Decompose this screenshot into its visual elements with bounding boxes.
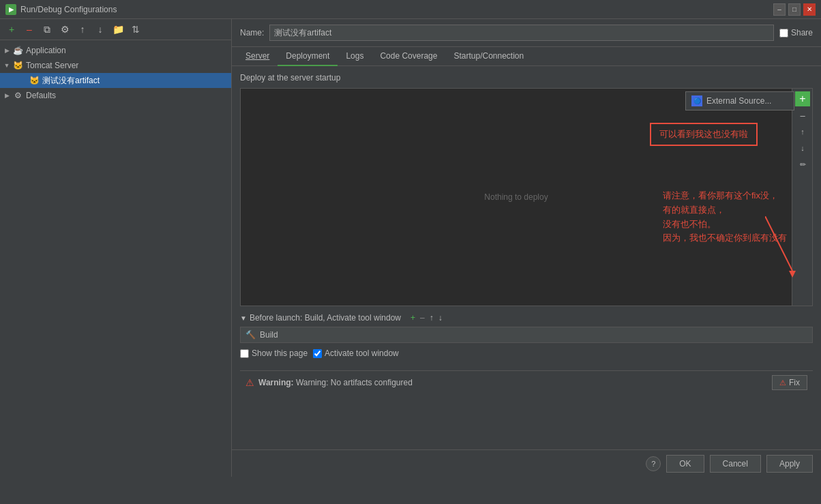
deploy-header: Deploy at the server startup (240, 73, 813, 83)
name-row: Name: Share (232, 19, 821, 47)
fix-label: Fix (789, 378, 800, 387)
bl-add-button[interactable]: + (409, 313, 417, 323)
copy-config-button[interactable]: ⧉ (40, 22, 55, 37)
tree-label-application: Application (26, 46, 66, 55)
show-page-checkbox[interactable] (240, 349, 249, 358)
tree-item-artifact[interactable]: ▶ 🐱 测试没有artifact (0, 73, 231, 88)
deploy-area: 可以看到我这也没有啦 Nothing to deploy (240, 88, 792, 306)
sort-button[interactable]: ⇅ (128, 22, 143, 37)
nothing-to-deploy-text: Nothing to deploy (484, 192, 548, 202)
annotation-text: 可以看到我这也没有啦 (659, 129, 748, 139)
warning-bold: Warning: (258, 378, 294, 387)
right-panel-wrapper: Name: Share Server Deployment Logs (232, 19, 821, 477)
external-source-icon: 🔵 (691, 95, 702, 106)
title-text: Run/Debug Configurations (20, 5, 773, 14)
left-toolbar: + – ⧉ ⚙ ↑ ↓ 📁 ⇅ (0, 19, 231, 40)
show-page-checkbox-label: Show this page (240, 349, 308, 358)
bottom-bar: ? OK Cancel Apply (232, 449, 821, 477)
tab-content-deployment: Deploy at the server startup 可以看到我这也没有啦 … (232, 66, 821, 449)
tree-label-defaults: Defaults (26, 91, 56, 100)
activate-tool-checkbox-label: Activate tool window (313, 349, 399, 358)
help-button[interactable]: ? (646, 456, 661, 471)
minimize-btn[interactable]: – (773, 3, 786, 16)
deploy-up-button[interactable]: ↑ (795, 124, 810, 139)
build-label: Build (260, 330, 278, 340)
before-launch-section: ▼ Before launch: Build, Activate tool wi… (240, 313, 813, 368)
application-icon: ☕ (12, 45, 23, 56)
settings-config-button[interactable]: ⚙ (57, 22, 72, 37)
artifact-icon: 🐱 (29, 75, 40, 86)
main-container: + – ⧉ ⚙ ↑ ↓ 📁 ⇅ ▶ ☕ Application ▼ 🐱 Tomc… (0, 19, 821, 477)
fix-button[interactable]: ⚠ Fix (772, 375, 807, 390)
tab-deployment[interactable]: Deployment (278, 47, 338, 66)
build-item: 🔨 Build (240, 327, 813, 343)
before-launch-header: ▼ Before launch: Build, Activate tool wi… (240, 313, 813, 323)
cancel-button[interactable]: Cancel (710, 455, 761, 473)
share-label: Share (791, 28, 813, 38)
build-icon: 🔨 (245, 329, 256, 340)
activate-tool-checkbox[interactable] (313, 349, 322, 358)
tree-label-artifact: 测试没有artifact (42, 75, 100, 87)
tree-arrow-defaults: ▶ (3, 91, 11, 100)
show-page-text: Show this page (252, 349, 308, 358)
config-tree: ▶ ☕ Application ▼ 🐱 Tomcat Server ▶ 🐱 测试… (0, 40, 231, 477)
remove-config-button[interactable]: – (22, 22, 37, 37)
tab-startup-connection[interactable]: Startup/Connection (445, 47, 532, 66)
tree-item-defaults[interactable]: ▶ ⚙ Defaults (0, 88, 231, 103)
ok-button[interactable]: OK (666, 455, 704, 473)
close-btn[interactable]: ✕ (803, 3, 816, 16)
before-launch-toggle[interactable]: ▼ (240, 314, 247, 322)
tree-label-tomcat: Tomcat Server (26, 61, 78, 70)
move-down-button[interactable]: ↓ (93, 22, 108, 37)
tree-item-tomcat[interactable]: ▼ 🐱 Tomcat Server (0, 58, 231, 73)
show-page-row: Show this page Activate tool window (240, 344, 813, 362)
tab-server[interactable]: Server (237, 47, 278, 66)
deploy-add-button[interactable]: + (795, 91, 810, 106)
bl-up-button[interactable]: ↑ (428, 313, 435, 323)
tabs-bar: Server Deployment Logs Code Coverage Sta… (232, 47, 821, 66)
folder-button[interactable]: 📁 (110, 22, 125, 37)
warning-text: Warning: Warning: No artifacts configure… (258, 378, 768, 387)
left-panel: + – ⧉ ⚙ ↑ ↓ 📁 ⇅ ▶ ☕ Application ▼ 🐱 Tomc… (0, 19, 232, 477)
external-source-dropdown: 🔵 External Source... (685, 91, 794, 110)
deploy-side-toolbar: + 🔵 External Source... – ↑ ↓ (792, 88, 813, 306)
fix-icon: ⚠ (779, 379, 786, 387)
bl-remove-button[interactable]: – (419, 313, 426, 323)
tree-arrow-application: ▶ (3, 46, 11, 55)
tree-arrow-tomcat: ▼ (3, 61, 11, 70)
warning-icon: ⚠ (245, 377, 254, 388)
external-source-label: External Source... (706, 96, 771, 106)
deploy-down-button[interactable]: ↓ (795, 140, 810, 155)
name-input[interactable] (269, 25, 774, 41)
share-checkbox-input[interactable] (779, 29, 788, 38)
tree-item-application[interactable]: ▶ ☕ Application (0, 43, 231, 58)
right-panel: Name: Share Server Deployment Logs (232, 19, 821, 449)
activate-tool-text: Activate tool window (325, 349, 399, 358)
before-launch-title: Before launch: Build, Activate tool wind… (250, 313, 401, 323)
apply-button[interactable]: Apply (766, 455, 813, 473)
tab-code-coverage[interactable]: Code Coverage (372, 47, 445, 66)
share-checkbox: Share (779, 28, 813, 38)
add-config-button[interactable]: + (4, 22, 19, 37)
annotation-box: 可以看到我这也没有啦 (650, 123, 758, 146)
maximize-btn[interactable]: □ (788, 3, 801, 16)
bl-down-button[interactable]: ↓ (437, 313, 444, 323)
warning-bar: ⚠ Warning: Warning: No artifacts configu… (240, 370, 813, 394)
before-launch-toolbar: + – ↑ ↓ (409, 313, 444, 323)
external-source-item[interactable]: 🔵 External Source... (686, 92, 794, 110)
deploy-edit-button[interactable]: ✏ (795, 157, 810, 172)
title-icon: ▶ (5, 4, 16, 15)
name-label: Name: (240, 28, 264, 38)
tab-logs[interactable]: Logs (338, 47, 372, 66)
move-up-button[interactable]: ↑ (75, 22, 90, 37)
window-controls: – □ ✕ (773, 3, 816, 16)
defaults-icon: ⚙ (12, 90, 23, 101)
deploy-remove-button[interactable]: – (795, 108, 810, 123)
warning-detail: Warning: No artifacts configured (296, 378, 413, 387)
tomcat-icon: 🐱 (12, 60, 23, 71)
title-bar: ▶ Run/Debug Configurations – □ ✕ (0, 0, 821, 19)
